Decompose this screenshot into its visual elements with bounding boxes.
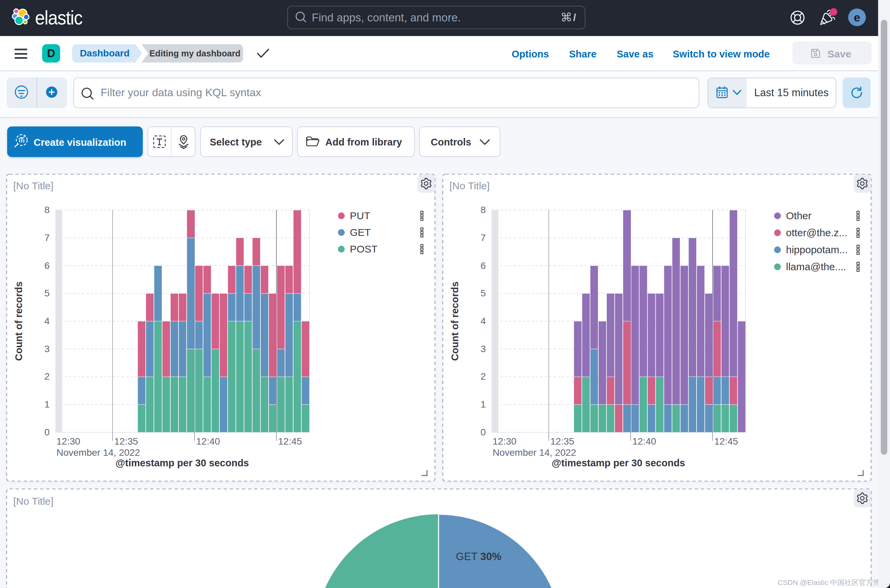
svg-text:12:40: 12:40 — [632, 436, 656, 447]
svg-text:GET 30%: GET 30% — [456, 550, 501, 562]
svg-text:[No Title]: [No Title] — [13, 180, 53, 191]
svg-text:2: 2 — [480, 371, 486, 382]
svg-text:3: 3 — [44, 344, 50, 354]
svg-text:12:30: 12:30 — [56, 436, 80, 447]
svg-text:5: 5 — [44, 288, 50, 298]
svg-text:PUT: PUT — [350, 210, 370, 221]
svg-text:6: 6 — [480, 260, 486, 271]
svg-text:otter@the.z...: otter@the.z... — [786, 227, 848, 238]
svg-text:POST: POST — [350, 243, 378, 255]
svg-text:12:35: 12:35 — [550, 436, 574, 447]
svg-text:8: 8 — [44, 205, 50, 215]
svg-text:12:45: 12:45 — [278, 436, 302, 447]
svg-text:12:45: 12:45 — [714, 436, 738, 447]
svg-text:llama@the....: llama@the.... — [786, 261, 846, 272]
svg-text:Count of records: Count of records — [13, 281, 24, 361]
svg-text:12:30: 12:30 — [492, 436, 516, 447]
svg-text:hippopotam...: hippopotam... — [786, 244, 848, 255]
svg-text:5: 5 — [480, 288, 486, 298]
svg-text:7: 7 — [44, 232, 50, 243]
svg-text:[No Title]: [No Title] — [449, 180, 489, 191]
svg-text:2: 2 — [44, 371, 50, 382]
svg-text:@timestamp per 30 seconds: @timestamp per 30 seconds — [116, 458, 249, 468]
svg-text:November 14, 2022: November 14, 2022 — [492, 447, 576, 458]
svg-text:8: 8 — [480, 205, 486, 215]
svg-text:4: 4 — [480, 316, 486, 326]
svg-text:6: 6 — [44, 260, 50, 271]
svg-text:@timestamp per 30 seconds: @timestamp per 30 seconds — [552, 458, 685, 468]
svg-text:1: 1 — [480, 399, 486, 410]
svg-text:3: 3 — [480, 344, 486, 354]
svg-text:12:40: 12:40 — [196, 436, 220, 447]
svg-text:12:35: 12:35 — [114, 436, 138, 447]
svg-text:[No Title]: [No Title] — [13, 495, 53, 507]
svg-text:Count of records: Count of records — [449, 281, 460, 361]
svg-text:0: 0 — [480, 427, 486, 437]
svg-text:Other: Other — [786, 210, 812, 221]
svg-text:0: 0 — [44, 427, 50, 437]
svg-text:7: 7 — [480, 232, 486, 243]
svg-text:4: 4 — [44, 316, 50, 326]
svg-text:1: 1 — [44, 399, 50, 410]
svg-text:GET: GET — [350, 227, 371, 238]
svg-text:November 14, 2022: November 14, 2022 — [56, 447, 140, 458]
svg-text:/: / — [573, 12, 576, 23]
